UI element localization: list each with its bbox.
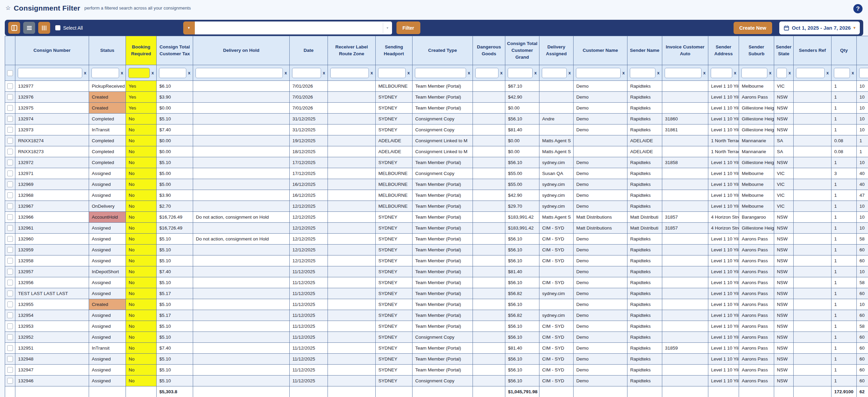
filter-sender_address-clear-button[interactable]: x xyxy=(734,71,736,75)
column-header-qty[interactable]: Qty xyxy=(831,36,857,65)
row-checkbox[interactable] xyxy=(7,378,13,384)
row-checkbox[interactable] xyxy=(7,258,13,264)
filter-sender_state-input[interactable] xyxy=(777,68,787,78)
column-header-delivery_on_hold[interactable]: Delivery on Hold xyxy=(193,36,290,65)
column-header-consign_total_customer_grand[interactable]: Consign Total Customer Grand xyxy=(505,36,539,65)
row-checkbox[interactable] xyxy=(7,269,13,275)
filter-receiver_label_route_zone-clear-button[interactable]: x xyxy=(371,71,373,75)
search-dropdown-button[interactable]: ▾ xyxy=(183,21,195,34)
column-header-date[interactable]: Date xyxy=(290,36,328,65)
row-checkbox[interactable] xyxy=(7,94,13,100)
filter-senders_ref-clear-button[interactable]: x xyxy=(826,71,829,75)
filter-button[interactable]: Filter xyxy=(396,21,420,34)
search-input[interactable] xyxy=(195,21,392,34)
row-checkbox[interactable] xyxy=(7,138,13,144)
filter-created_type-clear-button[interactable]: x xyxy=(468,71,470,75)
row-checkbox[interactable] xyxy=(7,116,13,122)
column-header-invoice_customer_auto[interactable]: Invoice Customer Auto xyxy=(662,36,708,65)
column-header-dangerous_goods[interactable]: Dangerous Goods xyxy=(473,36,505,65)
filter-consign_number-input[interactable] xyxy=(18,68,82,78)
filter-booking_required-input[interactable] xyxy=(128,68,150,78)
row-checkbox[interactable] xyxy=(7,323,13,329)
list-view-button[interactable] xyxy=(23,22,35,34)
column-header-status[interactable]: Status xyxy=(89,36,126,65)
filter-consign_total_customer_grand-input[interactable] xyxy=(508,68,533,78)
row-checkbox[interactable] xyxy=(7,105,13,111)
filter-invoice_customer_auto-clear-button[interactable]: x xyxy=(703,71,706,75)
filter-qty-clear-button[interactable]: x xyxy=(852,71,854,75)
column-header-created_type[interactable]: Created Type xyxy=(413,36,473,65)
filter-receiver_label_route_zone-input[interactable] xyxy=(330,68,369,78)
column-header-sender_address[interactable]: Sender Address xyxy=(708,36,739,65)
filter-sending_headport-input[interactable] xyxy=(378,68,406,78)
select-all-checkbox[interactable] xyxy=(55,25,60,30)
filter-consign_total_customer_tax-input[interactable] xyxy=(159,68,186,78)
filter-delivery_assigned-input[interactable] xyxy=(542,68,567,78)
date-range-picker[interactable]: Oct 1, 2025 - Jan 7, 2026 ▾ xyxy=(779,21,860,34)
filter-row-select-checkbox[interactable] xyxy=(7,70,13,76)
filter-customer_name-input[interactable] xyxy=(576,68,621,78)
filter-status-clear-button[interactable]: x xyxy=(121,71,123,75)
filter-dangerous_goods-input[interactable] xyxy=(475,68,498,78)
row-checkbox[interactable] xyxy=(7,345,13,351)
column-header-senders_ref[interactable]: Senders Ref xyxy=(794,36,831,65)
help-icon[interactable]: ? xyxy=(853,4,863,13)
row-checkbox[interactable] xyxy=(7,160,13,165)
column-header-sender_suburb[interactable]: Sender Suburb xyxy=(739,36,774,65)
filter-customer_name-clear-button[interactable]: x xyxy=(622,71,625,75)
row-checkbox[interactable] xyxy=(7,171,13,176)
search-combo-caret-icon[interactable]: ▾ xyxy=(383,23,392,33)
column-header-sender_state[interactable]: Sender State xyxy=(774,36,794,65)
row-checkbox[interactable] xyxy=(7,127,13,133)
column-header-extra[interactable] xyxy=(857,36,868,65)
filter-date-clear-button[interactable]: x xyxy=(323,71,325,75)
column-header-booking_required[interactable]: Booking Required xyxy=(126,36,157,65)
filter-extra-input[interactable] xyxy=(859,68,868,78)
create-new-button[interactable]: Create New xyxy=(734,22,772,34)
row-checkbox[interactable] xyxy=(7,181,13,187)
filter-dangerous_goods-clear-button[interactable]: x xyxy=(500,71,503,75)
filter-sending_headport-clear-button[interactable]: x xyxy=(407,71,410,75)
filter-status-input[interactable] xyxy=(91,68,119,78)
row-checkbox[interactable] xyxy=(7,356,13,362)
row-checkbox[interactable] xyxy=(7,83,13,89)
filter-sender_suburb-input[interactable] xyxy=(741,68,767,78)
column-header-delivery_assigned[interactable]: Delivery Assigned xyxy=(539,36,574,65)
filter-sender_name-input[interactable] xyxy=(630,68,655,78)
filter-consign_total_customer_tax-clear-button[interactable]: x xyxy=(188,71,190,75)
row-checkbox[interactable] xyxy=(7,192,13,198)
filter-delivery_on_hold-clear-button[interactable]: x xyxy=(285,71,287,75)
column-header-sending_headport[interactable]: Sending Headport xyxy=(376,36,413,65)
filter-consign_total_customer_grand-clear-button[interactable]: x xyxy=(534,71,537,75)
row-checkbox[interactable] xyxy=(7,225,13,231)
filter-invoice_customer_auto-input[interactable] xyxy=(665,68,701,78)
filter-sender_address-input[interactable] xyxy=(711,68,732,78)
filter-sender_name-clear-button[interactable]: x xyxy=(657,71,660,75)
filter-senders_ref-input[interactable] xyxy=(796,68,825,78)
filter-sender_suburb-clear-button[interactable]: x xyxy=(769,71,771,75)
row-checkbox[interactable] xyxy=(7,280,13,285)
row-checkbox[interactable] xyxy=(7,302,13,307)
columns-view-button[interactable] xyxy=(8,22,20,34)
column-header-sender_name[interactable]: Sender Name xyxy=(627,36,662,65)
column-header-customer_name[interactable]: Customer Name xyxy=(574,36,627,65)
filter-sender_state-clear-button[interactable]: x xyxy=(789,71,791,75)
filter-created_type-input[interactable] xyxy=(415,68,466,78)
row-checkbox[interactable] xyxy=(7,367,13,373)
filter-delivery_assigned-clear-button[interactable]: x xyxy=(568,71,571,75)
filter-date-input[interactable] xyxy=(292,68,321,78)
row-checkbox[interactable] xyxy=(7,312,13,318)
row-checkbox[interactable] xyxy=(7,334,13,340)
row-checkbox[interactable] xyxy=(7,236,13,242)
row-checkbox[interactable] xyxy=(7,149,13,155)
filter-booking_required-clear-button[interactable]: x xyxy=(151,71,154,75)
row-checkbox[interactable] xyxy=(7,203,13,209)
column-header-consign_total_customer_tax[interactable]: Consign Total Customer Tax xyxy=(157,36,193,65)
column-header-consign_number[interactable]: Consign Number xyxy=(15,36,89,65)
barcode-view-button[interactable] xyxy=(38,22,50,34)
row-checkbox[interactable] xyxy=(7,291,13,296)
filter-delivery_on_hold-input[interactable] xyxy=(196,68,283,78)
column-header-receiver_label_route_zone[interactable]: Receiver Label Route Zone xyxy=(328,36,376,65)
favorite-star-icon[interactable]: ☆ xyxy=(5,4,11,12)
filter-consign_number-clear-button[interactable]: x xyxy=(84,71,86,75)
